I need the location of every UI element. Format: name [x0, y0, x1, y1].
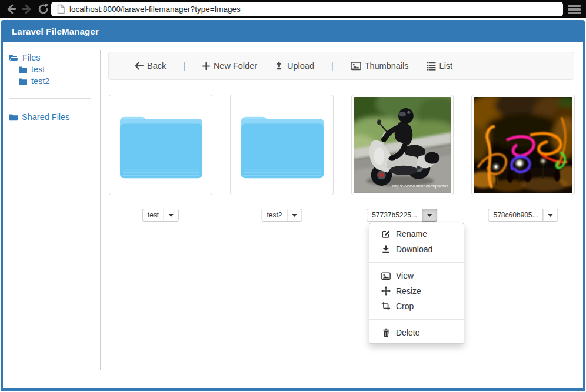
item-name-button[interactable]: 578c60b905...	[488, 209, 543, 222]
upload-label: Upload	[287, 61, 314, 71]
upload-button[interactable]: Upload	[274, 61, 314, 71]
item-name-button[interactable]: 57737b5225...	[367, 209, 422, 222]
item-dropdown-button[interactable]	[543, 209, 558, 222]
pencil-square-icon	[381, 229, 391, 239]
caret-down-icon	[169, 214, 174, 217]
sidebar-item-label: test2	[31, 76, 49, 86]
toolbar: Back | New Folder Upload | Thumbnails Li…	[108, 52, 574, 80]
menu-item-label: Delete	[396, 327, 419, 339]
list-label: List	[440, 61, 453, 71]
item-context-menu: Rename Download View Resize Crop Delete	[369, 223, 464, 344]
folder-open-icon	[9, 53, 19, 62]
menu-divider	[369, 319, 464, 320]
menu-item-rename[interactable]: Rename	[369, 226, 464, 242]
back-button[interactable]: Back	[135, 61, 166, 71]
thumbnails-button[interactable]: Thumbnails	[351, 61, 409, 71]
sidebar-item-label: test	[31, 65, 45, 74]
new-folder-label: New Folder	[214, 61, 257, 71]
app-header: Laravel FileManager	[1, 20, 585, 42]
menu-item-label: Rename	[396, 228, 427, 240]
item-button-group-image-2: 578c60b905...	[488, 209, 558, 222]
menu-item-delete[interactable]: Delete	[369, 325, 464, 340]
upload-icon	[274, 61, 284, 71]
item-name-button[interactable]: test2	[261, 209, 287, 222]
url-text[interactable]: localhost:8000/laravel-filemanager?type=…	[69, 5, 241, 14]
page-border-left	[1, 42, 3, 389]
picture-icon	[381, 272, 391, 280]
menu-item-crop[interactable]: Crop	[369, 299, 464, 314]
item-name-button[interactable]: test	[142, 209, 164, 222]
item-button-group-test2: test2	[261, 209, 302, 222]
app-title: Laravel FileManager	[1, 26, 99, 36]
menu-item-view[interactable]: View	[369, 268, 464, 283]
caret-down-icon	[548, 214, 553, 217]
new-folder-button[interactable]: New Folder	[202, 61, 257, 71]
sidebar-main-divider	[100, 50, 101, 370]
sidebar-item-label: Shared Files	[22, 112, 69, 122]
toolbar-separator: |	[331, 61, 334, 71]
picture-icon	[351, 61, 361, 71]
browser-back-icon[interactable]	[5, 4, 17, 15]
image-thumbnail-motorcycle: https://www.flickr.com/photos	[354, 97, 451, 193]
item-card-folder-test[interactable]	[109, 95, 212, 195]
menu-item-label: Download	[396, 243, 432, 255]
url-bar[interactable]: localhost:8000/laravel-filemanager?type=…	[51, 2, 563, 16]
page-border-right	[583, 42, 585, 389]
menu-item-label: Resize	[396, 285, 421, 297]
item-card-folder-test2[interactable]	[230, 95, 334, 195]
item-button-group-image-1: 57737b5225...	[367, 209, 437, 222]
menu-item-download[interactable]: Download	[369, 242, 464, 257]
browser-chrome: localhost:8000/laravel-filemanager?type=…	[0, 0, 586, 18]
image-thumbnail-light-painting	[474, 97, 572, 193]
item-card-image-2[interactable]	[471, 95, 575, 195]
caret-down-icon	[427, 214, 432, 217]
page-icon	[56, 4, 65, 14]
arrow-left-icon	[135, 62, 144, 70]
browser-menu-icon[interactable]	[568, 5, 581, 15]
toolbar-separator: |	[183, 61, 185, 71]
item-dropdown-button-open[interactable]	[422, 209, 437, 222]
sidebar-item-files[interactable]: Files	[9, 53, 41, 62]
folder-icon	[9, 113, 18, 121]
item-dropdown-button[interactable]	[287, 209, 302, 222]
list-view-button[interactable]: List	[426, 61, 453, 71]
menu-divider	[369, 262, 464, 263]
sidebar-divider	[9, 98, 91, 99]
item-dropdown-button[interactable]	[164, 209, 179, 222]
thumbnails-label: Thumbnails	[365, 61, 409, 71]
item-card-image-1[interactable]: https://www.flickr.com/photos	[351, 95, 454, 195]
folder-icon	[18, 77, 28, 85]
menu-item-label: Crop	[396, 300, 414, 312]
browser-forward-icon[interactable]	[21, 4, 33, 15]
folder-icon	[18, 65, 28, 73]
page-border-bottom	[1, 388, 585, 391]
menu-item-resize[interactable]: Resize	[369, 283, 464, 299]
move-arrows-icon	[381, 286, 391, 296]
browser-refresh-icon[interactable]	[37, 3, 49, 14]
back-label: Back	[147, 61, 166, 71]
folder-thumbnail-icon	[232, 97, 331, 181]
menu-item-label: View	[396, 270, 414, 282]
sidebar-item-label: Files	[22, 53, 41, 62]
sidebar-item-test2[interactable]: test2	[18, 76, 49, 86]
caret-down-icon	[292, 214, 297, 217]
plus-icon	[202, 62, 210, 70]
watermark-text: https://www.flickr.com/photos	[392, 183, 448, 189]
list-icon	[426, 61, 436, 71]
item-button-group-test: test	[142, 209, 179, 222]
trash-icon	[381, 328, 391, 337]
folder-thumbnail-icon	[111, 97, 210, 181]
sidebar-item-shared-files[interactable]: Shared Files	[9, 112, 69, 122]
sidebar-item-test[interactable]: test	[18, 65, 45, 74]
download-icon	[381, 244, 391, 254]
crop-icon	[381, 301, 391, 311]
